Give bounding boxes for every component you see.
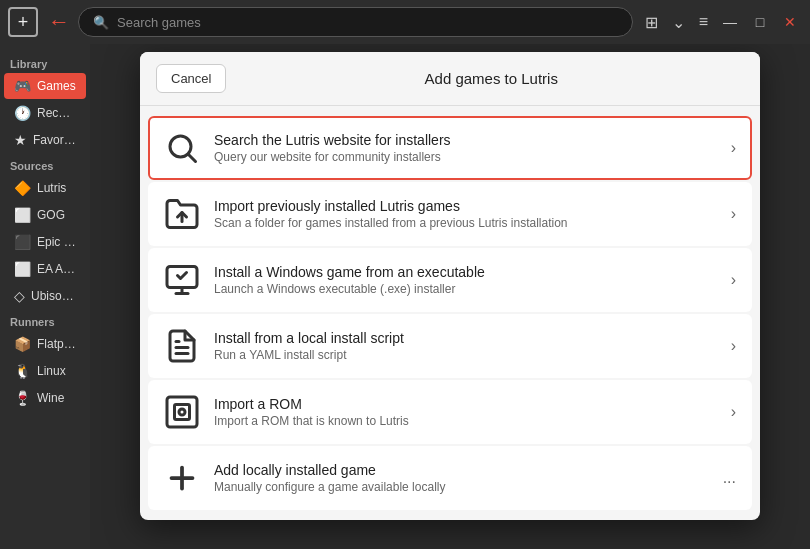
menu-item-import-rom[interactable]: Import a ROM Import a ROM that is known … [148,380,752,444]
window-controls: ⊞ ⌄ ≡ — □ ✕ [641,9,802,36]
dialog-overlay: Cancel Add games to Lutris [90,44,810,549]
svg-point-9 [179,409,185,415]
svg-rect-7 [167,397,197,427]
close-button[interactable]: ✕ [778,10,802,34]
dialog-body: Search the Lutris website for installers… [140,106,760,520]
sidebar-item-epic-label: Epic Ga... [37,235,76,249]
windows-exe-icon [164,262,200,298]
maximize-button[interactable]: □ [748,10,772,34]
games-icon: 🎮 [14,78,31,94]
import-rom-subtitle: Import a ROM that is known to Lutris [214,414,717,428]
recents-icon: 🕐 [14,105,31,121]
cancel-button[interactable]: Cancel [156,64,226,93]
sidebar-item-ea-label: EA App... [37,262,76,276]
svg-point-0 [170,136,191,157]
sidebar-item-recents-label: Recents [37,106,76,120]
import-lutris-title: Import previously installed Lutris games [214,198,717,214]
sidebar-item-lutris-label: Lutris [37,181,66,195]
wine-icon: 🍷 [14,390,31,406]
ubisoft-icon: ◇ [14,288,25,304]
search-web-text: Search the Lutris website for installers… [214,132,717,164]
local-script-chevron: › [731,337,736,355]
windows-exe-title: Install a Windows game from an executabl… [214,264,717,280]
import-lutris-icon [164,196,200,232]
sidebar-item-wine-label: Wine [37,391,64,405]
sidebar-item-lutris[interactable]: 🔶 Lutris [4,175,86,201]
sidebar-item-ubisoft[interactable]: ◇ Ubisoft... [4,283,86,309]
sidebar: Library 🎮 Games 🕐 Recents ★ Favorites So… [0,44,90,549]
sidebar-item-games[interactable]: 🎮 Games [4,73,86,99]
sidebar-item-ea[interactable]: ⬜ EA App... [4,256,86,282]
menu-item-import-lutris[interactable]: Import previously installed Lutris games… [148,182,752,246]
search-placeholder-text: Search games [117,15,201,30]
add-local-subtitle: Manually configure a game available loca… [214,480,709,494]
ea-icon: ⬜ [14,261,31,277]
sidebar-item-gog[interactable]: ⬜ GOG [4,202,86,228]
linux-icon: 🐧 [14,363,31,379]
arrow-indicator-icon: ← [48,9,70,35]
epic-icon: ⬛ [14,234,31,250]
sources-section-label: Sources [0,154,90,174]
add-local-title: Add locally installed game [214,462,709,478]
dialog-header: Cancel Add games to Lutris [140,52,760,106]
import-rom-icon [164,394,200,430]
content-area: Cancel Add games to Lutris [90,44,810,549]
local-script-subtitle: Run a YAML install script [214,348,717,362]
add-local-dots: ... [723,469,736,487]
import-lutris-subtitle: Scan a folder for games installed from a… [214,216,717,230]
import-lutris-text: Import previously installed Lutris games… [214,198,717,230]
sidebar-item-games-label: Games [37,79,76,93]
add-local-text: Add locally installed game Manually conf… [214,462,709,494]
add-game-button[interactable]: + [8,7,38,37]
search-bar[interactable]: 🔍 Search games [78,7,633,37]
main-layout: Library 🎮 Games 🕐 Recents ★ Favorites So… [0,44,810,549]
sidebar-item-wine[interactable]: 🍷 Wine [4,385,86,411]
windows-exe-chevron: › [731,271,736,289]
add-games-dialog: Cancel Add games to Lutris [140,52,760,520]
library-section-label: Library [0,52,90,72]
search-web-title: Search the Lutris website for installers [214,132,717,148]
sidebar-item-recents[interactable]: 🕐 Recents [4,100,86,126]
menu-item-local-script[interactable]: Install from a local install script Run … [148,314,752,378]
star-icon: ★ [14,132,27,148]
import-rom-chevron: › [731,403,736,421]
flatpak-icon: 📦 [14,336,31,352]
gog-icon: ⬜ [14,207,31,223]
windows-exe-text: Install a Windows game from an executabl… [214,264,717,296]
menu-item-add-local[interactable]: Add locally installed game Manually conf… [148,446,752,510]
search-web-subtitle: Query our website for community installe… [214,150,717,164]
search-web-chevron: › [731,139,736,157]
import-rom-title: Import a ROM [214,396,717,412]
search-icon: 🔍 [93,15,109,30]
sidebar-item-epic[interactable]: ⬛ Epic Ga... [4,229,86,255]
menu-item-search-web[interactable]: Search the Lutris website for installers… [148,116,752,180]
list-view-icon[interactable]: ≡ [695,9,712,35]
import-rom-text: Import a ROM Import a ROM that is known … [214,396,717,428]
runners-section-label: Runners [0,310,90,330]
sidebar-item-linux[interactable]: 🐧 Linux [4,358,86,384]
svg-line-1 [189,155,196,162]
local-script-text: Install from a local install script Run … [214,330,717,362]
sidebar-item-favorites-label: Favorites [33,133,76,147]
titlebar: + ← 🔍 Search games ⊞ ⌄ ≡ — □ ✕ [0,0,810,44]
svg-rect-8 [175,405,190,420]
menu-item-windows-exe[interactable]: Install a Windows game from an executabl… [148,248,752,312]
lutris-icon: 🔶 [14,180,31,196]
add-local-icon [164,460,200,496]
sidebar-item-ubisoft-label: Ubisoft... [31,289,76,303]
windows-exe-subtitle: Launch a Windows executable (.exe) insta… [214,282,717,296]
local-script-title: Install from a local install script [214,330,717,346]
sidebar-item-gog-label: GOG [37,208,65,222]
minimize-button[interactable]: — [718,10,742,34]
dialog-title: Add games to Lutris [238,70,744,87]
import-lutris-chevron: › [731,205,736,223]
sidebar-item-flatpak-label: Flatpak [37,337,76,351]
sidebar-item-flatpak[interactable]: 📦 Flatpak [4,331,86,357]
chevron-down-icon[interactable]: ⌄ [668,9,689,36]
grid-view-icon[interactable]: ⊞ [641,9,662,36]
sidebar-item-linux-label: Linux [37,364,66,378]
sidebar-item-favorites[interactable]: ★ Favorites [4,127,86,153]
local-script-icon [164,328,200,364]
search-web-icon [164,130,200,166]
